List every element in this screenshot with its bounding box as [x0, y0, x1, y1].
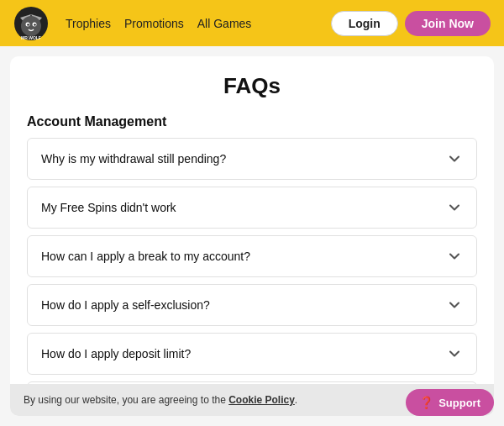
join-button[interactable]: Join Now	[405, 11, 491, 36]
main-content: FAQs Account Management Why is my withdr…	[10, 56, 494, 416]
chevron-down-icon	[446, 150, 463, 167]
logo-icon: MR.WOLF	[13, 6, 49, 41]
header: MR.WOLF Trophies Promotions All Games Lo…	[0, 0, 504, 46]
chevron-down-icon	[446, 345, 463, 362]
faq-label-5: How do I apply deposit limit?	[41, 347, 191, 360]
section-title: Account Management	[27, 114, 477, 129]
faq-label-3: How can I apply a break to my account?	[41, 250, 250, 263]
chevron-down-icon	[446, 297, 463, 313]
nav: Trophies Promotions All Games	[66, 17, 314, 30]
faq-label-2: My Free Spins didn't work	[41, 201, 176, 214]
svg-point-3	[21, 16, 41, 36]
login-button[interactable]: Login	[331, 11, 398, 36]
nav-all-games[interactable]: All Games	[197, 17, 252, 30]
support-label: Support	[438, 397, 480, 409]
header-buttons: Login Join Now	[331, 11, 491, 36]
faq-item-4[interactable]: How do I apply a self-exclusion?	[27, 284, 477, 326]
cookie-policy-link[interactable]: Cookie Policy	[228, 394, 295, 406]
faq-item-3[interactable]: How can I apply a break to my account?	[27, 235, 477, 277]
faq-label-1: Why is my withdrawal still pending?	[41, 152, 226, 166]
svg-point-6	[27, 24, 29, 25]
svg-text:MR.WOLF: MR.WOLF	[21, 35, 41, 40]
logo: MR.WOLF	[13, 6, 49, 41]
chevron-down-icon	[446, 199, 463, 216]
svg-point-7	[34, 24, 35, 25]
support-icon: ❓	[419, 396, 433, 409]
page-title: FAQs	[27, 73, 477, 99]
support-button[interactable]: ❓ Support	[406, 389, 494, 416]
faq-item-5[interactable]: How do I apply deposit limit?	[27, 333, 477, 375]
chevron-down-icon	[446, 248, 463, 265]
nav-trophies[interactable]: Trophies	[66, 17, 111, 30]
faq-item-1[interactable]: Why is my withdrawal still pending?	[27, 138, 477, 180]
faq-item-2[interactable]: My Free Spins didn't work	[27, 187, 477, 229]
faq-label-4: How do I apply a self-exclusion?	[41, 298, 210, 312]
nav-promotions[interactable]: Promotions	[124, 17, 184, 30]
cookie-text: By using our website, you are agreeing t…	[24, 394, 297, 406]
